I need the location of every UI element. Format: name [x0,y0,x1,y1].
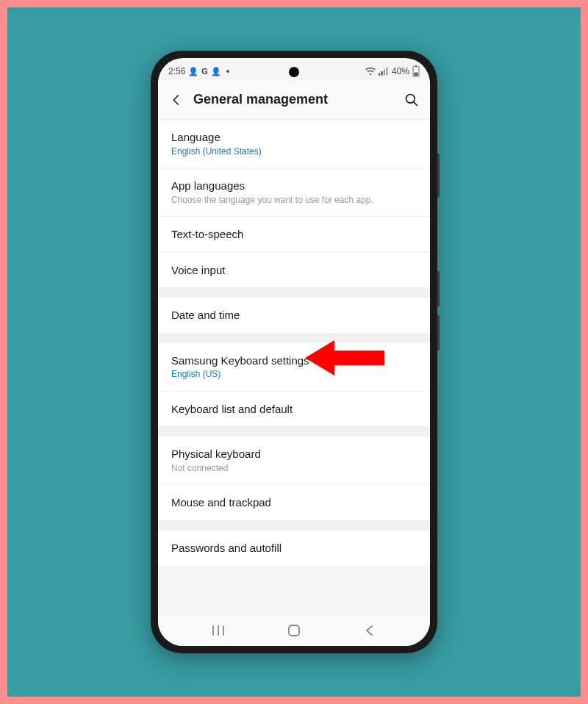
settings-item-physical-keyboard[interactable]: Physical keyboard Not connected [158,437,430,485]
status-right: 40% [365,65,420,77]
settings-group: Date and time [158,298,430,333]
settings-item-keyboard-list[interactable]: Keyboard list and default [158,392,430,427]
settings-item-samsung-keyboard[interactable]: Samsung Keyboard settings English (US) [158,343,430,392]
group-divider [158,520,430,531]
settings-group: Language English (United States) App lan… [158,120,430,287]
wifi-icon [365,67,376,76]
camera-hole [289,67,299,77]
search-button[interactable] [404,92,420,108]
svg-rect-8 [289,625,299,636]
group-divider [158,426,430,437]
phone-side-button [437,271,440,306]
item-title: Date and time [171,308,417,323]
phone-frame: 2:56 👤 G 👤 40% [151,51,437,653]
item-sub: English (United States) [171,146,417,158]
more-notifications-icon [226,70,229,73]
home-button[interactable] [272,624,316,637]
notification-icon: 👤 [188,67,198,76]
phone-screen: 2:56 👤 G 👤 40% [158,58,430,646]
battery-percentage: 40% [392,66,409,76]
item-title: Keyboard list and default [171,402,417,417]
settings-group: Samsung Keyboard settings English (US) K… [158,343,430,427]
group-divider [158,287,430,298]
item-title: Samsung Keyboard settings [171,353,417,368]
status-time: 2:56 [168,66,185,76]
signal-icon [379,67,389,76]
group-divider [158,333,430,343]
svg-rect-1 [415,65,417,67]
svg-rect-2 [414,73,418,76]
item-sub: English (US) [171,369,417,381]
status-left: 2:56 👤 G 👤 [168,66,229,76]
phone-side-button [437,315,440,351]
item-sub: Choose the language you want to use for … [171,195,417,206]
battery-icon [412,65,420,77]
recents-button[interactable] [196,625,240,636]
item-title: Voice input [171,263,417,278]
back-button[interactable] [168,92,184,108]
settings-item-date-time[interactable]: Date and time [158,298,430,333]
item-sub: Not connected [171,463,417,475]
phone-side-button [437,154,440,198]
settings-list: Language English (United States) App lan… [158,120,430,615]
item-title: Passwords and autofill [171,541,417,556]
settings-item-language[interactable]: Language English (United States) [158,120,430,168]
nav-back-button[interactable] [348,625,392,636]
settings-item-voice-input[interactable]: Voice input [158,253,430,288]
settings-item-app-languages[interactable]: App languages Choose the language you wa… [158,168,430,217]
item-title: Language [171,130,417,145]
settings-group: Passwords and autofill [158,531,430,566]
settings-item-mouse-trackpad[interactable]: Mouse and trackpad [158,485,430,520]
android-nav-bar [158,615,430,646]
settings-item-passwords-autofill[interactable]: Passwords and autofill [158,531,430,566]
google-icon: G [201,67,208,76]
item-title: App languages [171,179,417,193]
page-header: General management [158,80,430,120]
item-title: Mouse and trackpad [171,495,417,510]
item-title: Physical keyboard [171,447,417,461]
svg-line-4 [414,101,417,105]
settings-item-tts[interactable]: Text-to-speech [158,217,430,253]
notification-icon: 👤 [211,67,221,76]
settings-group: Physical keyboard Not connected Mouse an… [158,437,430,520]
page-title: General management [193,92,395,107]
item-title: Text-to-speech [171,227,417,242]
